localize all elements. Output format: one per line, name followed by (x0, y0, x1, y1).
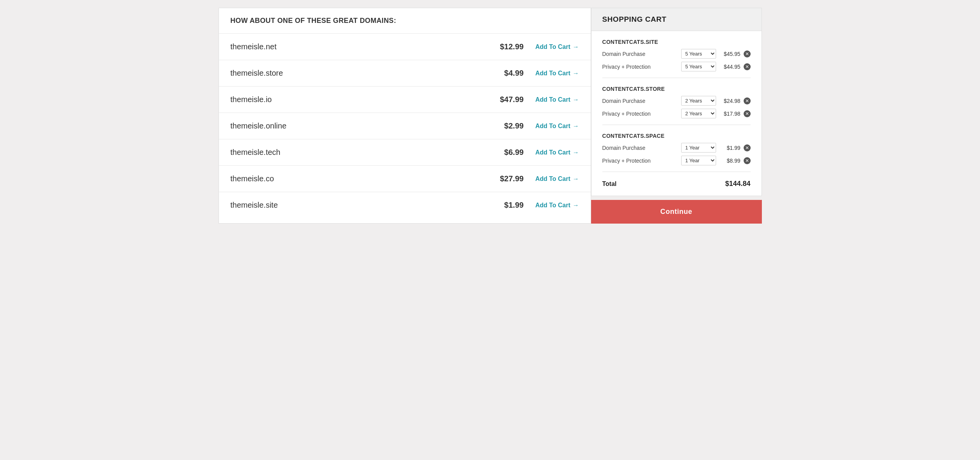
cart-item-price: $44.95 (719, 64, 741, 70)
add-to-cart-button[interactable]: Add To Cart → (535, 202, 579, 209)
domain-name: themeisle.store (231, 69, 283, 78)
domains-panel: HOW ABOUT ONE OF THESE GREAT DOMAINS: th… (219, 8, 591, 224)
cart-domain-title: CONTENTCATS.SPACE (602, 133, 751, 139)
year-select[interactable]: 1 Year2 Years3 Years4 Years5 Years (681, 49, 716, 59)
add-to-cart-button[interactable]: Add To Cart → (535, 175, 579, 182)
cart-item-price: $24.98 (719, 98, 741, 104)
arrow-icon: → (573, 149, 579, 156)
cart-item-right: 1 Year2 Years3 Years4 Years5 Years$8.99✕ (681, 156, 751, 165)
domain-name: themeisle.site (231, 201, 278, 210)
add-to-cart-button[interactable]: Add To Cart → (535, 43, 579, 50)
continue-button[interactable]: Continue (591, 200, 762, 224)
cart-item-label: Privacy + Protection (602, 64, 653, 70)
domains-header: HOW ABOUT ONE OF THESE GREAT DOMAINS: (219, 8, 591, 33)
domain-row: themeisle.tech$6.99Add To Cart → (219, 139, 591, 165)
group-divider (602, 78, 751, 78)
arrow-icon: → (573, 123, 579, 130)
domain-row: themeisle.online$2.99Add To Cart → (219, 113, 591, 139)
cart-item-row: Privacy + Protection1 Year2 Years3 Years… (602, 156, 751, 165)
cart-item-right: 1 Year2 Years3 Years4 Years5 Years$45.95… (681, 49, 751, 59)
cart-item-price: $8.99 (719, 158, 741, 164)
cart-domain-group: CONTENTCATS.STOREDomain Purchase1 Year2 … (602, 86, 751, 125)
cart-header: SHOPPING CART (591, 8, 761, 31)
arrow-icon: → (573, 70, 579, 77)
cart-item-right: 1 Year2 Years3 Years4 Years5 Years$17.98… (681, 109, 751, 118)
domain-right: $1.99Add To Cart → (493, 201, 579, 210)
group-divider (602, 125, 751, 125)
domain-right: $6.99Add To Cart → (493, 148, 579, 157)
add-to-cart-button[interactable]: Add To Cart → (535, 123, 579, 130)
arrow-icon: → (573, 43, 579, 50)
domain-name: themeisle.online (231, 122, 287, 130)
cart-body: CONTENTCATS.SITEDomain Purchase1 Year2 Y… (591, 31, 761, 196)
cart-item-label: Domain Purchase (602, 98, 653, 104)
cart-divider (602, 172, 751, 172)
add-to-cart-button[interactable]: Add To Cart → (535, 70, 579, 77)
remove-item-button[interactable]: ✕ (744, 110, 751, 117)
remove-item-button[interactable]: ✕ (744, 50, 751, 57)
year-select[interactable]: 1 Year2 Years3 Years4 Years5 Years (681, 143, 716, 153)
domain-price: $6.99 (493, 148, 524, 157)
domain-row: themeisle.store$4.99Add To Cart → (219, 60, 591, 86)
add-to-cart-button[interactable]: Add To Cart → (535, 96, 579, 103)
cart-domain-group: CONTENTCATS.SITEDomain Purchase1 Year2 Y… (602, 39, 751, 78)
cart-item-right: 1 Year2 Years3 Years4 Years5 Years$24.98… (681, 96, 751, 106)
year-select[interactable]: 1 Year2 Years3 Years4 Years5 Years (681, 62, 716, 71)
cart-panel: SHOPPING CART CONTENTCATS.SITEDomain Pur… (591, 8, 762, 196)
domain-price: $1.99 (493, 201, 524, 210)
cart-domain-title: CONTENTCATS.SITE (602, 39, 751, 45)
domain-name: themeisle.co (231, 174, 274, 183)
domain-right: $4.99Add To Cart → (493, 69, 579, 78)
arrow-icon: → (573, 175, 579, 182)
cart-item-label: Domain Purchase (602, 51, 653, 57)
cart-item-row: Domain Purchase1 Year2 Years3 Years4 Yea… (602, 96, 751, 106)
cart-item-label: Privacy + Protection (602, 111, 653, 117)
domain-right: $47.99Add To Cart → (493, 95, 579, 104)
cart-item-right: 1 Year2 Years3 Years4 Years5 Years$1.99✕ (681, 143, 751, 153)
domain-price: $12.99 (493, 42, 524, 51)
domain-row: themeisle.net$12.99Add To Cart → (219, 33, 591, 60)
remove-item-button[interactable]: ✕ (744, 157, 751, 164)
domain-row: themeisle.io$47.99Add To Cart → (219, 86, 591, 113)
cart-domain-title: CONTENTCATS.STORE (602, 86, 751, 92)
year-select[interactable]: 1 Year2 Years3 Years4 Years5 Years (681, 96, 716, 106)
cart-item-price: $1.99 (719, 145, 741, 151)
cart-total-label: Total (602, 181, 617, 187)
remove-item-button[interactable]: ✕ (744, 97, 751, 104)
domain-row: themeisle.site$1.99Add To Cart → (219, 192, 591, 218)
page-wrapper: HOW ABOUT ONE OF THESE GREAT DOMAINS: th… (219, 8, 762, 224)
cart-section: SHOPPING CART CONTENTCATS.SITEDomain Pur… (591, 8, 762, 224)
domain-price: $47.99 (493, 95, 524, 104)
cart-total-row: Total $144.84 (602, 178, 751, 188)
cart-item-row: Domain Purchase1 Year2 Years3 Years4 Yea… (602, 143, 751, 153)
domain-right: $12.99Add To Cart → (493, 42, 579, 51)
add-to-cart-button[interactable]: Add To Cart → (535, 149, 579, 156)
year-select[interactable]: 1 Year2 Years3 Years4 Years5 Years (681, 109, 716, 118)
domain-right: $27.99Add To Cart → (493, 174, 579, 183)
domain-list: themeisle.net$12.99Add To Cart →themeisl… (219, 33, 591, 218)
domain-name: themeisle.net (231, 42, 277, 51)
arrow-icon: → (573, 202, 579, 209)
cart-item-row: Privacy + Protection1 Year2 Years3 Years… (602, 109, 751, 118)
cart-groups: CONTENTCATS.SITEDomain Purchase1 Year2 Y… (602, 39, 751, 165)
cart-total-price: $144.84 (725, 180, 750, 188)
domain-name: themeisle.tech (231, 148, 281, 157)
domain-price: $2.99 (493, 122, 524, 130)
domain-price: $4.99 (493, 69, 524, 78)
cart-item-label: Privacy + Protection (602, 158, 653, 164)
cart-item-row: Privacy + Protection1 Year2 Years3 Years… (602, 62, 751, 71)
remove-item-button[interactable]: ✕ (744, 63, 751, 70)
cart-item-label: Domain Purchase (602, 145, 653, 151)
domain-price: $27.99 (493, 174, 524, 183)
cart-item-price: $45.95 (719, 51, 741, 57)
cart-domain-group: CONTENTCATS.SPACEDomain Purchase1 Year2 … (602, 133, 751, 165)
domain-row: themeisle.co$27.99Add To Cart → (219, 165, 591, 192)
cart-item-right: 1 Year2 Years3 Years4 Years5 Years$44.95… (681, 62, 751, 71)
domain-right: $2.99Add To Cart → (493, 122, 579, 130)
cart-item-price: $17.98 (719, 111, 741, 117)
domain-name: themeisle.io (231, 95, 272, 104)
remove-item-button[interactable]: ✕ (744, 144, 751, 151)
cart-item-row: Domain Purchase1 Year2 Years3 Years4 Yea… (602, 49, 751, 59)
year-select[interactable]: 1 Year2 Years3 Years4 Years5 Years (681, 156, 716, 165)
arrow-icon: → (573, 96, 579, 103)
